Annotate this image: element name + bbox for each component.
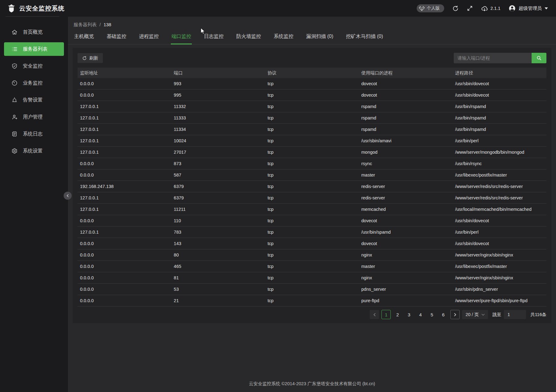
cell-listen-address: 0.0.0.0 bbox=[78, 93, 171, 98]
cell-protocol: tcp bbox=[265, 218, 359, 223]
tab[interactable]: 进程监控 bbox=[138, 31, 159, 44]
cell-listen-address: 0.0.0.0 bbox=[78, 173, 171, 177]
sidebar-item-label: 系统日志 bbox=[23, 131, 43, 137]
cell-protocol: tcp bbox=[265, 207, 359, 212]
table-row: 127.0.0.1 11334 tcp rspamd /usr/bin/rspa… bbox=[78, 124, 546, 135]
cell-process-path: /usr/bin/rspamd bbox=[453, 127, 546, 132]
tab-label: 系统监控 bbox=[274, 34, 293, 39]
sidebar-item-server-list[interactable]: 服务器列表 bbox=[4, 42, 64, 56]
table-row: 127.0.0.1 783 tcp /usr/bin/spamd /usr/bi… bbox=[78, 227, 546, 238]
sidebar-item-system-logs[interactable]: 系统日志 bbox=[4, 127, 64, 141]
table-header-row: 监听地址 端口 协议 使用端口的进程 进程路径 bbox=[78, 68, 546, 78]
cell-listen-address: 127.0.0.1 bbox=[78, 127, 171, 132]
page-size-select[interactable]: 20 / 页 bbox=[462, 310, 488, 319]
table-row: 127.0.0.1 11332 tcp rspamd /usr/bin/rspa… bbox=[78, 101, 546, 112]
cell-process-path: /usr/bin/rsync bbox=[453, 161, 546, 166]
cell-process-path: /www/server/redis/src/redis-server bbox=[453, 184, 546, 189]
sidebar-item-alert-settings[interactable]: 告警设置 bbox=[4, 93, 64, 107]
prev-page-button[interactable] bbox=[370, 310, 379, 319]
tab-label: 端口监控 bbox=[171, 34, 191, 39]
cell-process: /usr/bin/spamd bbox=[359, 230, 453, 235]
table-row: 127.0.0.1 27017 tcp mongod /www/server/m… bbox=[78, 147, 546, 158]
cell-listen-address: 127.0.0.1 bbox=[78, 195, 171, 200]
sidebar-item-system-settings[interactable]: 系统设置 bbox=[4, 144, 64, 158]
cell-process-path: /usr/sbin/dovecot bbox=[453, 93, 546, 98]
table-row: 127.0.0.1 11211 tcp memcached /usr/local… bbox=[78, 204, 546, 215]
cell-protocol: tcp bbox=[265, 173, 359, 177]
table-row: 0.0.0.0 80 tcp nginx /www/server/nginx/s… bbox=[78, 249, 546, 261]
breadcrumb-section[interactable]: 服务器列表 bbox=[74, 22, 97, 28]
footer-copyright: 云安全监控系统 ©2014-2023 广东堡塔安全技术有限公司 (bt.cn) bbox=[68, 381, 556, 387]
refresh-icon bbox=[82, 56, 87, 60]
cell-listen-address: 0.0.0.0 bbox=[78, 241, 171, 246]
refresh-button[interactable]: 刷新 bbox=[78, 53, 103, 63]
tab[interactable]: 日志监控 bbox=[203, 31, 224, 44]
tab[interactable]: 漏洞扫描 (0) bbox=[305, 31, 334, 44]
fullscreen-button[interactable] bbox=[467, 5, 473, 11]
sidebar-item-security-monitor[interactable]: 安全监控 bbox=[4, 59, 64, 73]
breadcrumb-separator: / bbox=[99, 22, 101, 28]
cell-protocol: tcp bbox=[265, 298, 359, 303]
home-icon bbox=[11, 29, 18, 35]
chevron-down-icon bbox=[482, 314, 485, 316]
cell-process-path: /www/server/redis/src/redis-server bbox=[453, 195, 546, 200]
version-update-button[interactable]: 2.1.1 bbox=[481, 5, 500, 12]
topbar-actions: 个人版 2.1.1 bbox=[417, 4, 556, 12]
cell-listen-address: 0.0.0.0 bbox=[78, 264, 171, 269]
page-number-button[interactable]: 1 bbox=[381, 310, 391, 319]
cell-process-path: /www/server/nginx/sbin/nginx bbox=[453, 252, 546, 257]
refresh-page-button[interactable] bbox=[452, 5, 459, 12]
cell-process: nginx bbox=[359, 252, 453, 257]
table-row: 0.0.0.0 587 tcp master /usr/libexec/post… bbox=[78, 169, 546, 181]
cell-process-path: /usr/sbin/dovecot bbox=[453, 218, 546, 223]
table-header-cell: 进程路径 bbox=[453, 70, 546, 76]
jump-page-input[interactable] bbox=[504, 310, 526, 319]
cell-port: 81 bbox=[171, 275, 265, 280]
page-number-button[interactable]: 6 bbox=[439, 310, 448, 319]
next-page-button[interactable] bbox=[450, 310, 460, 319]
tab-label: 漏洞扫描 (0) bbox=[306, 34, 333, 39]
tab[interactable]: 端口监控 bbox=[171, 31, 192, 44]
table-body: 0.0.0.0 993 tcp dovecot /usr/sbin/doveco… bbox=[78, 78, 546, 307]
cell-process-path: /usr/sbin/dovecot bbox=[453, 81, 546, 86]
sidebar-item-home-overview[interactable]: 首页概览 bbox=[4, 25, 64, 39]
table-row: 0.0.0.0 110 tcp dovecot /usr/sbin/doveco… bbox=[78, 215, 546, 227]
sidebar-nav: 首页概览 服务器列表 安全监控 业务监控 告警设置 bbox=[0, 17, 68, 392]
table-row: 192.168.247.138 6379 tcp redis-server /w… bbox=[78, 181, 546, 192]
cell-listen-address: 0.0.0.0 bbox=[78, 275, 171, 280]
cell-process: mongod bbox=[359, 150, 453, 155]
page-number-button[interactable]: 3 bbox=[404, 310, 414, 319]
page-number-button[interactable]: 4 bbox=[416, 310, 425, 319]
journal-icon bbox=[11, 131, 18, 137]
page-size-value: 20 / 页 bbox=[465, 312, 479, 318]
cell-process: dovecot bbox=[359, 218, 453, 223]
tab[interactable]: 基础监控 bbox=[106, 31, 127, 44]
sidebar-collapse-button[interactable] bbox=[64, 192, 72, 200]
table-header-cell: 端口 bbox=[171, 70, 265, 76]
alarm-icon bbox=[11, 97, 18, 103]
breadcrumb: 服务器列表 / 138 bbox=[74, 22, 556, 28]
page-number-button[interactable]: 5 bbox=[427, 310, 436, 319]
search-input[interactable] bbox=[454, 53, 532, 63]
version-label: 2.1.1 bbox=[491, 6, 500, 11]
table-header-cell: 监听地址 bbox=[78, 70, 171, 76]
search-button[interactable] bbox=[532, 53, 546, 63]
cell-protocol: tcp bbox=[265, 127, 359, 132]
tab[interactable]: 主机概览 bbox=[74, 31, 95, 44]
sidebar-item-business-monitor[interactable]: 业务监控 bbox=[4, 76, 64, 90]
sidebar-item-label: 服务器列表 bbox=[23, 46, 48, 52]
user-menu[interactable]: 超级管理员 bbox=[508, 5, 548, 12]
cell-protocol: tcp bbox=[265, 195, 359, 200]
cell-protocol: tcp bbox=[265, 115, 359, 120]
page-number-button[interactable]: 2 bbox=[393, 310, 402, 319]
table-row: 0.0.0.0 873 tcp rsync /usr/bin/rsync bbox=[78, 158, 546, 169]
cell-process-path: /usr/bin/rspamd bbox=[453, 104, 546, 109]
cell-process: pure-ftpd bbox=[359, 298, 453, 303]
tab[interactable]: 挖矿木马扫描 (0) bbox=[345, 31, 384, 44]
cell-listen-address: 127.0.0.1 bbox=[78, 138, 171, 143]
tab[interactable]: 系统监控 bbox=[273, 31, 294, 44]
edition-badge[interactable]: 个人版 bbox=[417, 4, 444, 12]
tab[interactable]: 防火墙监控 bbox=[236, 31, 262, 44]
sidebar-item-label: 安全监控 bbox=[23, 63, 43, 69]
sidebar-item-user-management[interactable]: 用户管理 bbox=[4, 110, 64, 124]
